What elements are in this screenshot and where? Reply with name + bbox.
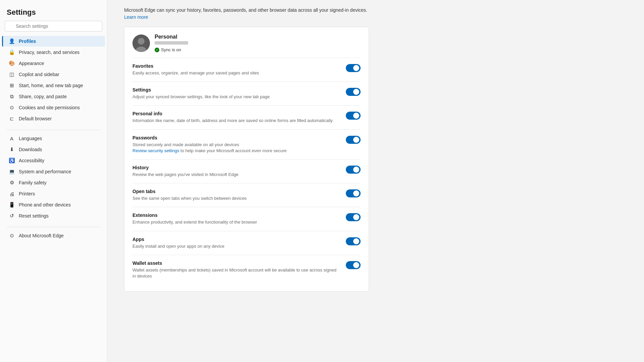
sync-items-list: Favorites Easily access, organize, and m… — [132, 58, 361, 285]
nav-label-privacy: Privacy, search, and services — [19, 50, 79, 55]
nav-icon-phone: 📱 — [9, 202, 15, 208]
search-container — [5, 21, 102, 32]
sidebar-item-downloads[interactable]: ⬇Downloads — [2, 144, 105, 155]
profile-email-bar — [155, 41, 188, 45]
sync-item-title-history: History — [132, 165, 339, 170]
avatar — [132, 35, 150, 52]
sync-item-open-tabs: Open tabs See the same open tabs when yo… — [132, 183, 361, 207]
nav-icon-downloads: ⬇ — [9, 146, 15, 153]
sync-item-text-extensions: Extensions Enhance productivity, and ext… — [132, 213, 346, 225]
sync-item-title-passwords: Passwords — [132, 135, 339, 140]
search-box-wrapper — [0, 21, 107, 36]
nav-label-profiles: Profiles — [19, 39, 36, 44]
toggle-open-tabs[interactable] — [346, 189, 361, 197]
sidebar-item-system[interactable]: 💻System and performance — [2, 166, 105, 177]
sync-item-title-apps: Apps — [132, 237, 339, 242]
sidebar-item-printers[interactable]: 🖨Printers — [2, 188, 105, 199]
svg-point-3 — [138, 38, 145, 45]
nav-label-printers: Printers — [19, 191, 35, 196]
sidebar-item-reset[interactable]: ↺Reset settings — [2, 210, 105, 221]
sync-dot-icon — [155, 48, 159, 52]
settings-title: Settings — [0, 0, 107, 21]
toggle-apps[interactable] — [346, 237, 361, 245]
sync-item-apps: Apps Easily install and open your apps o… — [132, 231, 361, 255]
sidebar-item-appearance[interactable]: 🎨Appearance — [2, 58, 105, 69]
sync-item-desc-favorites: Easily access, organize, and manage your… — [132, 70, 259, 75]
sidebar-item-accessibility[interactable]: ♿Accessibility — [2, 155, 105, 166]
nav-icon-appearance: 🎨 — [9, 60, 15, 66]
sidebar-item-browser[interactable]: ⊏Default browser — [2, 113, 105, 124]
review-security-link[interactable]: Review security settings — [132, 148, 179, 153]
toggle-slider-open-tabs — [346, 189, 361, 197]
toggle-slider-favorites — [346, 64, 361, 72]
sync-item-desc-wallet: Wallet assets (memberships and tickets) … — [132, 267, 336, 279]
sidebar-divider-1 — [7, 130, 100, 130]
sync-item-desc-settings: Adjust your synced browser settings, lik… — [132, 94, 270, 99]
sidebar-item-privacy[interactable]: 🔒Privacy, search, and services — [2, 47, 105, 58]
sidebar-item-profiles[interactable]: 👤Profiles — [2, 36, 105, 47]
nav-icon-cookies: ⊙ — [9, 105, 15, 111]
sidebar-item-start[interactable]: ⊞Start, home, and new tab page — [2, 80, 105, 91]
toggle-slider-apps — [346, 237, 361, 245]
sync-item-title-settings: Settings — [132, 87, 339, 93]
nav-icon-family: ⚙ — [9, 180, 15, 186]
sync-description: Microsoft Edge can sync your history, fa… — [124, 7, 369, 21]
sidebar-item-copilot[interactable]: ◫Copilot and sidebar — [2, 69, 105, 80]
nav-label-reset: Reset settings — [19, 213, 49, 219]
sync-status-text: Sync is on — [161, 47, 181, 52]
sync-item-text-personal-info: Personal info Information like name, dat… — [132, 111, 346, 124]
sidebar-item-cookies[interactable]: ⊙Cookies and site permissions — [2, 102, 105, 113]
sidebar-nav-primary: 👤Profiles🔒Privacy, search, and services🎨… — [0, 36, 107, 127]
sync-item-text-favorites: Favorites Easily access, organize, and m… — [132, 63, 346, 76]
toggle-personal-info[interactable] — [346, 112, 361, 120]
profile-header: Personal Sync is on — [132, 34, 361, 52]
nav-icon-system: 💻 — [9, 169, 15, 175]
nav-icon-browser: ⊏ — [9, 116, 15, 122]
sync-item-title-extensions: Extensions — [132, 213, 339, 218]
toggle-history[interactable] — [346, 166, 361, 174]
sync-item-desc-extensions: Enhance productivity, and extend the fun… — [132, 220, 257, 225]
nav-icon-share: ⧉ — [9, 94, 15, 100]
toggle-wallet[interactable] — [346, 261, 361, 269]
toggle-extensions[interactable] — [346, 213, 361, 221]
toggle-passwords[interactable] — [346, 136, 361, 144]
sidebar-item-about[interactable]: ⊙About Microsoft Edge — [2, 230, 105, 241]
sync-item-wallet: Wallet assets Wallet assets (memberships… — [132, 255, 361, 285]
nav-label-appearance: Appearance — [19, 61, 44, 66]
sync-item-settings: Settings Adjust your synced browser sett… — [132, 81, 361, 105]
learn-more-link[interactable]: Learn more — [124, 14, 148, 20]
toggle-slider-passwords — [346, 136, 361, 144]
sidebar-item-languages[interactable]: ALanguages — [2, 133, 105, 144]
nav-icon-profiles: 👤 — [9, 38, 15, 44]
nav-label-copilot: Copilot and sidebar — [19, 72, 59, 77]
nav-icon-reset: ↺ — [9, 213, 15, 219]
sync-status: Sync is on — [155, 47, 188, 52]
sync-item-text-wallet: Wallet assets Wallet assets (memberships… — [132, 260, 346, 279]
sidebar-item-family[interactable]: ⚙Family safety — [2, 177, 105, 188]
sync-item-desc-history: Review the web pages you've visited in M… — [132, 172, 238, 177]
nav-icon-about: ⊙ — [9, 233, 15, 239]
sync-description-text: Microsoft Edge can sync your history, fa… — [124, 7, 367, 13]
sidebar-item-share[interactable]: ⧉Share, copy, and paste — [2, 91, 105, 102]
sync-item-title-wallet: Wallet assets — [132, 260, 339, 266]
sidebar-item-phone[interactable]: 📱Phone and other devices — [2, 199, 105, 210]
nav-label-cookies: Cookies and site permissions — [19, 105, 80, 110]
toggle-slider-wallet — [346, 261, 361, 269]
sync-item-desc-open-tabs: See the same open tabs when you switch b… — [132, 196, 247, 201]
nav-icon-printers: 🖨 — [9, 191, 15, 197]
sidebar-divider-2 — [7, 227, 100, 227]
search-input[interactable] — [5, 21, 102, 32]
sync-item-desc-passwords: Stored securely and made available on al… — [132, 142, 287, 153]
nav-label-family: Family safety — [19, 180, 46, 185]
sync-item-text-settings: Settings Adjust your synced browser sett… — [132, 87, 346, 100]
toggle-slider-history — [346, 166, 361, 174]
sync-item-text-open-tabs: Open tabs See the same open tabs when yo… — [132, 189, 346, 201]
nav-label-system: System and performance — [19, 169, 71, 174]
sidebar: Settings 👤Profiles🔒Privacy, search, and … — [0, 0, 107, 362]
toggle-favorites[interactable] — [346, 64, 361, 72]
nav-label-start: Start, home, and new tab page — [19, 83, 83, 88]
sync-item-text-passwords: Passwords Stored securely and made avail… — [132, 135, 346, 154]
toggle-settings[interactable] — [346, 88, 361, 96]
profile-card: Personal Sync is on Favorites Easily acc… — [124, 27, 369, 292]
nav-label-share: Share, copy, and paste — [19, 94, 67, 99]
